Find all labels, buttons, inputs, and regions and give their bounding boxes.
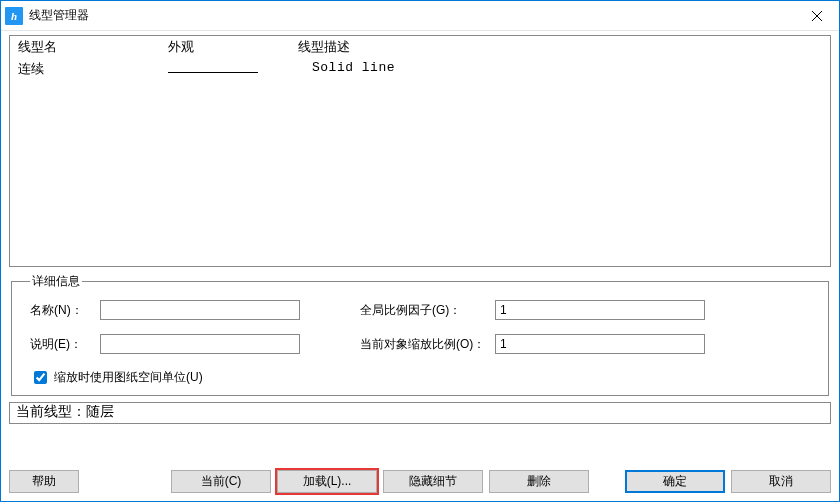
details-legend: 详细信息 (30, 273, 82, 290)
line-sample-icon (168, 72, 258, 73)
header-appearance[interactable]: 外观 (168, 38, 298, 56)
row-appearance (168, 60, 298, 78)
linetype-list[interactable]: 线型名 外观 线型描述 连续 Solid line (9, 35, 831, 267)
global-scale-input[interactable] (495, 300, 705, 320)
cancel-button[interactable]: 取消 (731, 470, 831, 493)
name-input[interactable] (100, 300, 300, 320)
ok-button[interactable]: 确定 (625, 470, 725, 493)
paper-units-checkbox[interactable] (34, 371, 47, 384)
dialog-body: 线型名 外观 线型描述 连续 Solid line 详细信息 名称(N)： 全局… (1, 31, 839, 424)
desc-input[interactable] (100, 334, 300, 354)
current-linetype-value: 随层 (86, 404, 114, 419)
header-name[interactable]: 线型名 (18, 38, 168, 56)
delete-button[interactable]: 删除 (489, 470, 589, 493)
app-icon: h (5, 7, 23, 25)
close-button[interactable] (794, 1, 839, 30)
paper-units-row: 缩放时使用图纸空间单位(U) (30, 368, 705, 387)
current-linetype-box: 当前线型：随层 (9, 402, 831, 424)
header-description[interactable]: 线型描述 (298, 38, 822, 56)
linetype-manager-window: h 线型管理器 线型名 外观 线型描述 连续 Solid line 详细信息 (0, 0, 840, 502)
row-name: 连续 (18, 60, 168, 78)
paper-units-label[interactable]: 缩放时使用图纸空间单位(U) (54, 369, 203, 386)
list-header: 线型名 外观 线型描述 (10, 36, 830, 58)
current-button[interactable]: 当前(C) (171, 470, 271, 493)
window-title: 线型管理器 (29, 7, 89, 24)
hide-details-button[interactable]: 隐藏细节 (383, 470, 483, 493)
load-button[interactable]: 加载(L)... (277, 470, 377, 493)
object-scale-input[interactable] (495, 334, 705, 354)
help-button[interactable]: 帮助 (9, 470, 79, 493)
title-left: h 线型管理器 (5, 7, 89, 25)
list-row[interactable]: 连续 Solid line (10, 58, 830, 80)
button-row: 帮助 当前(C) 加载(L)... 隐藏细节 删除 确定 取消 (9, 469, 831, 493)
object-scale-label: 当前对象缩放比例(O)： (360, 336, 495, 353)
details-fieldset: 详细信息 名称(N)： 全局比例因子(G)： 说明(E)： 当前对象缩放比例(O… (11, 273, 829, 396)
details-grid: 名称(N)： 全局比例因子(G)： 说明(E)： 当前对象缩放比例(O)： 缩放… (30, 300, 818, 387)
name-label: 名称(N)： (30, 302, 100, 319)
row-description: Solid line (298, 60, 822, 78)
close-icon (812, 11, 822, 21)
global-scale-label: 全局比例因子(G)： (360, 302, 495, 319)
titlebar: h 线型管理器 (1, 1, 839, 31)
current-linetype-label: 当前线型： (16, 404, 86, 419)
desc-label: 说明(E)： (30, 336, 100, 353)
